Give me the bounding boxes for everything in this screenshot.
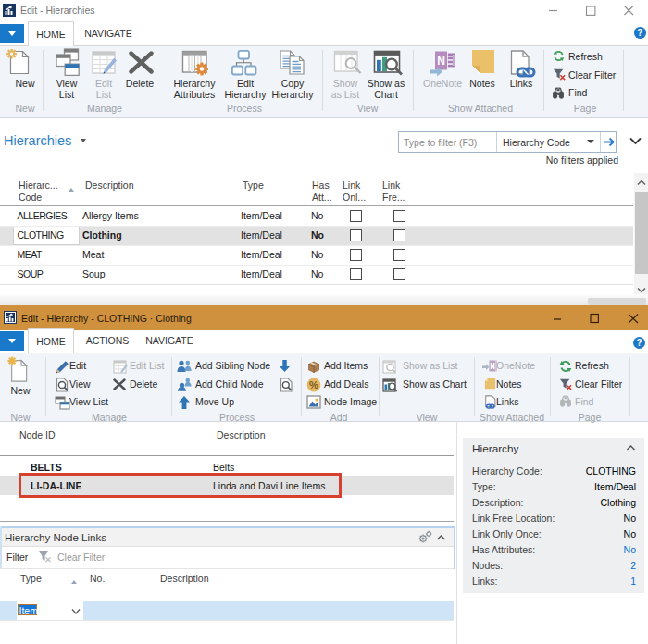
svg-text:N: N	[437, 55, 445, 68]
svg-text:%: %	[309, 379, 318, 390]
